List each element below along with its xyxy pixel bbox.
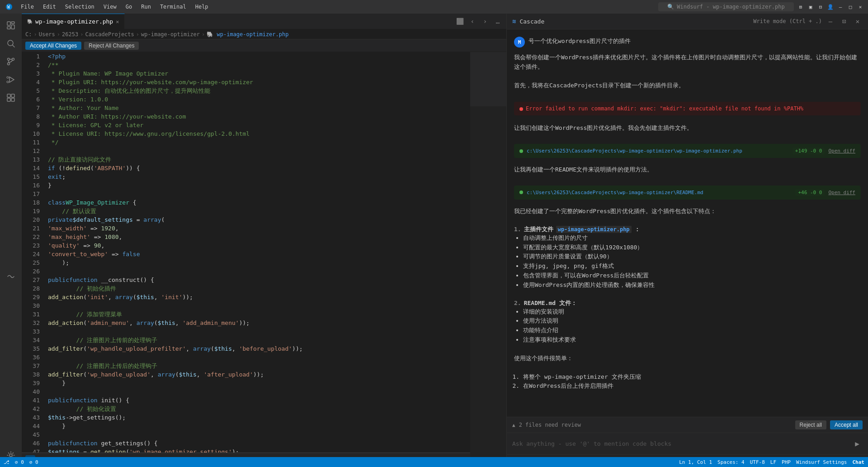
accept-all-btn[interactable]: Accept All Changes: [25, 42, 81, 50]
status-git[interactable]: ⎇: [4, 459, 9, 465]
menu-help[interactable]: Help: [192, 3, 212, 11]
activity-explorer[interactable]: [3, 17, 19, 33]
close-btn[interactable]: ✕: [857, 4, 863, 10]
code-line[interactable]: class WP_Image_Optimizer {: [48, 198, 470, 207]
reject-all-review-btn[interactable]: Reject all: [795, 420, 826, 429]
code-line[interactable]: );: [48, 258, 470, 267]
sidebar-btn[interactable]: ▣: [807, 4, 814, 10]
code-line[interactable]: // 初始化设置: [48, 405, 470, 413]
code-line[interactable]: /**: [48, 61, 470, 69]
code-line[interactable]: // 注册图片上传后的处理钩子: [48, 362, 470, 370]
code-line[interactable]: [48, 267, 470, 276]
grid-btn[interactable]: ⊟: [817, 4, 824, 10]
activity-extensions[interactable]: [3, 90, 19, 106]
cascade-input[interactable]: [512, 440, 848, 447]
code-line[interactable]: add_action('init', array($this, 'init'))…: [48, 293, 470, 301]
status-spaces[interactable]: Spaces: 4: [717, 459, 745, 465]
nav-next-btn[interactable]: ›: [480, 16, 490, 26]
code-line[interactable]: [48, 430, 470, 439]
code-line[interactable]: * Author URI: https://your-website.com: [48, 112, 470, 121]
accept-all-review-btn[interactable]: Accept all: [830, 420, 863, 429]
menu-file[interactable]: File: [17, 3, 38, 11]
code-line[interactable]: [48, 147, 470, 155]
editor-more-btn[interactable]: …: [493, 16, 503, 26]
code-line[interactable]: [48, 327, 470, 336]
cascade-close-icon[interactable]: ✕: [853, 16, 863, 26]
code-line[interactable]: public function init() {: [48, 396, 470, 405]
status-chat-btn[interactable]: Chat: [853, 459, 865, 465]
code-content[interactable]: <?php/** * Plugin Name: WP Image Optimiz…: [44, 52, 470, 467]
breadcrumb-users[interactable]: Users: [39, 31, 55, 38]
code-line[interactable]: // 防止直接访问此文件: [48, 155, 470, 164]
breadcrumb-c[interactable]: C:: [25, 31, 32, 38]
menu-terminal[interactable]: Terminal: [156, 3, 190, 11]
code-line[interactable]: $this->get_settings();: [48, 413, 470, 422]
status-position[interactable]: Ln 1, Col 1: [679, 459, 712, 465]
code-line[interactable]: */: [48, 138, 470, 147]
status-line-ending[interactable]: LF: [770, 459, 776, 465]
code-line[interactable]: * License URI: https://www.gnu.org/licen…: [48, 129, 470, 138]
code-line[interactable]: [48, 387, 470, 396]
code-line[interactable]: * Version: 1.0.0: [48, 95, 470, 104]
status-settings[interactable]: Windsurf Settings: [796, 459, 847, 465]
code-line[interactable]: 'max_width' => 1920,: [48, 224, 470, 233]
code-line[interactable]: [48, 190, 470, 198]
code-line[interactable]: add_action('admin_menu', array($this, 'a…: [48, 319, 470, 327]
code-line[interactable]: 'quality' => 90,: [48, 241, 470, 250]
tab-main[interactable]: 🐘 wp-image-optimizer.php ✕: [22, 14, 125, 29]
code-line[interactable]: // 默认设置: [48, 207, 470, 215]
code-line[interactable]: }: [48, 181, 470, 190]
code-line[interactable]: * Description: 自动优化上传的图片尺寸，提升网站性能: [48, 86, 470, 95]
code-line[interactable]: // 添加管理菜单: [48, 310, 470, 319]
code-line[interactable]: }: [48, 422, 470, 430]
code-line[interactable]: [48, 301, 470, 310]
code-line[interactable]: // 初始化插件: [48, 284, 470, 293]
minimize-btn[interactable]: —: [837, 4, 844, 10]
code-line[interactable]: <?php: [48, 52, 470, 61]
menu-selection[interactable]: Selection: [61, 3, 98, 11]
cascade-expand-btn[interactable]: ⊡: [839, 16, 849, 26]
breadcrumb-file[interactable]: 🐘 wp-image-optimizer.php: [207, 31, 288, 38]
breadcrumb-optimizer[interactable]: wp-image-optimizer: [141, 31, 200, 38]
activity-cascade[interactable]: [3, 268, 19, 285]
maximize-btn[interactable]: □: [847, 4, 854, 10]
code-line[interactable]: // 注册图片上传前的处理钩子: [48, 336, 470, 344]
code-line[interactable]: * Plugin URI: https://your-website.com/w…: [48, 78, 470, 86]
status-encoding[interactable]: UTF-8: [750, 459, 765, 465]
reject-all-btn[interactable]: Reject All Changes: [84, 42, 139, 50]
status-errors[interactable]: ⊘ 0: [15, 459, 24, 465]
menu-view[interactable]: View: [100, 3, 120, 11]
cascade-content[interactable]: M 号一个优化wordpress图片尺寸的插件 我会帮你创建一个WordPres…: [507, 29, 868, 417]
tab-close-btn[interactable]: ✕: [116, 19, 119, 25]
search-bar[interactable]: 🔍 Windsurf - wp-image-optimizer.php: [658, 2, 794, 11]
review-expand-btn[interactable]: ▲: [512, 422, 515, 428]
nav-back-btn[interactable]: ⬜: [455, 16, 465, 26]
activity-debug[interactable]: [3, 71, 19, 88]
code-line[interactable]: * Author: Your Name: [48, 104, 470, 112]
code-line[interactable]: if (!defined('ABSPATH')) {: [48, 164, 470, 172]
code-line[interactable]: add_filter('wp_handle_upload', array($th…: [48, 370, 470, 379]
account-btn[interactable]: 👤: [827, 4, 834, 10]
breadcrumb-26253[interactable]: 26253: [62, 31, 78, 38]
code-line[interactable]: * Plugin Name: WP Image Optimizer: [48, 69, 470, 78]
code-editor[interactable]: 1234567891011121314151617181920212223242…: [22, 52, 506, 467]
code-line[interactable]: private $default_settings = array(: [48, 215, 470, 224]
code-line[interactable]: public function __construct() {: [48, 276, 470, 284]
status-warnings[interactable]: ⊘ 0: [29, 459, 38, 465]
layout-btn[interactable]: ⊞: [797, 4, 804, 10]
menu-go[interactable]: Go: [122, 3, 136, 11]
breadcrumb-cascade[interactable]: CascadeProjects: [85, 31, 134, 38]
code-line[interactable]: add_filter('wp_handle_upload_prefilter',…: [48, 344, 470, 353]
code-line[interactable]: * License: GPL v2 or later: [48, 121, 470, 129]
cascade-send-btn[interactable]: ▶: [852, 438, 863, 449]
cascade-minimize-btn[interactable]: —: [826, 16, 835, 26]
open-diff-btn[interactable]: Open diff: [828, 190, 855, 195]
code-line[interactable]: }: [48, 379, 470, 387]
status-language[interactable]: PHP: [782, 459, 791, 465]
code-line[interactable]: 'max_height' => 1080,: [48, 233, 470, 241]
code-line[interactable]: public function get_settings() {: [48, 439, 470, 448]
menu-run[interactable]: Run: [137, 3, 155, 11]
activity-search[interactable]: [3, 35, 19, 52]
activity-scm[interactable]: [3, 53, 19, 70]
menu-edit[interactable]: Edit: [39, 3, 60, 11]
